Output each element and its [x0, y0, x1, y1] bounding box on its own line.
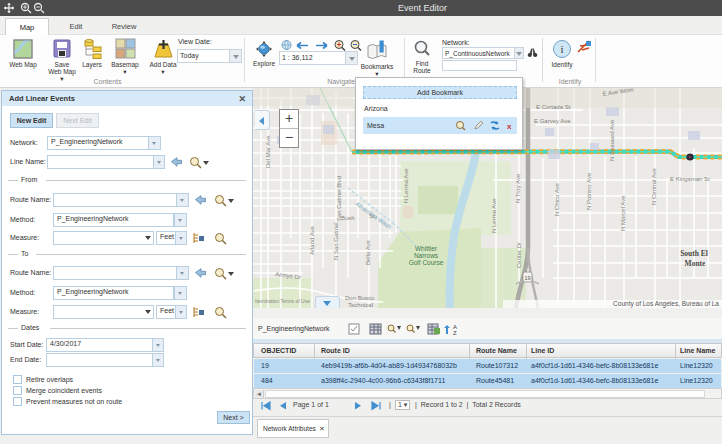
svg-text:N Lerma Ave: N Lerma Ave	[403, 168, 409, 203]
svg-text:N Lerma Ave: N Lerma Ave	[491, 198, 497, 233]
svg-text:Bush: Bush	[341, 215, 355, 221]
svg-text:Z: Z	[453, 330, 457, 336]
svg-text:Center Dr: Center Dr	[516, 242, 522, 268]
svg-text:E Garvey Ave: E Garvey Ave	[534, 118, 571, 124]
svg-text:Whittier: Whittier	[415, 245, 438, 252]
svg-text:x: x	[507, 122, 512, 131]
svg-text:N Central Ave: N Central Ave	[651, 167, 657, 205]
svg-text:Del Mar Ave: Del Mar Ave	[265, 135, 271, 168]
svg-text:N San Gabriel: N San Gabriel	[333, 222, 339, 260]
svg-text:Narrows: Narrows	[414, 252, 439, 259]
svg-text:Don Bosco: Don Bosco	[345, 295, 375, 301]
svg-text:N Seaward Ave: N Seaward Ave	[609, 119, 615, 161]
svg-text:Monte: Monte	[685, 259, 706, 268]
svg-text:Bella Ave: Bella Ave	[365, 239, 371, 265]
svg-text:19: 19	[524, 275, 530, 281]
svg-text:i: i	[560, 43, 563, 55]
svg-text:E Kingsman St: E Kingsman St	[670, 176, 710, 182]
svg-text:N Troy Ave: N Troy Ave	[515, 173, 521, 203]
svg-text:South El: South El	[680, 249, 708, 258]
svg-text:E Cortada St: E Cortada St	[536, 104, 571, 110]
svg-text:N Potrero Ave: N Potrero Ave	[586, 172, 592, 210]
svg-text:County of Los Angeles, Bureau: County of Los Angeles, Bureau of La	[613, 300, 719, 308]
svg-text:N Marcel Ave: N Marcel Ave	[620, 195, 626, 231]
svg-text:Golf Course: Golf Course	[409, 259, 444, 266]
svg-text:N Chico Ave: N Chico Ave	[554, 182, 560, 216]
svg-text:Itemization Terms of Use: Itemization Terms of Use	[255, 298, 310, 304]
svg-text:Arland Ave: Arland Ave	[309, 225, 315, 255]
